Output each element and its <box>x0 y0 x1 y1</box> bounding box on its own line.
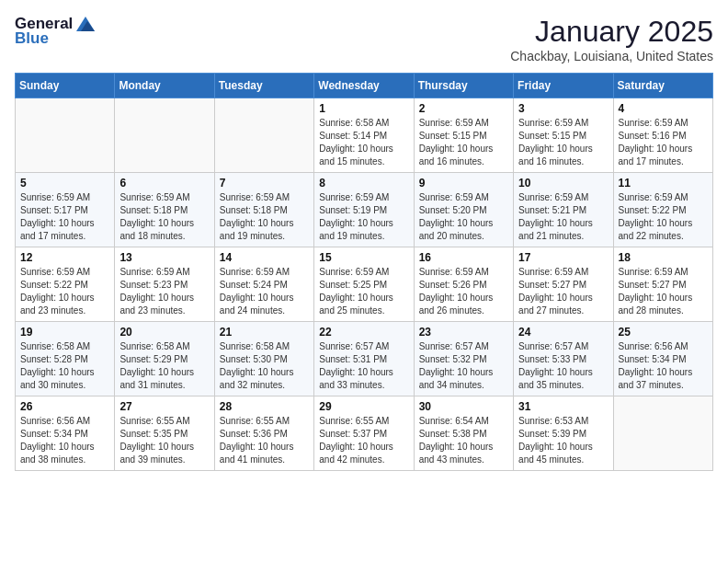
calendar-cell: 25Sunrise: 6:56 AM Sunset: 5:34 PM Dayli… <box>613 322 712 396</box>
day-info: Sunrise: 6:55 AM Sunset: 5:35 PM Dayligh… <box>119 415 209 466</box>
calendar-table: SundayMondayTuesdayWednesdayThursdayFrid… <box>15 73 713 471</box>
calendar-cell: 13Sunrise: 6:59 AM Sunset: 5:23 PM Dayli… <box>115 247 214 322</box>
calendar-week-row: 26Sunrise: 6:56 AM Sunset: 5:34 PM Dayli… <box>16 396 713 471</box>
day-info: Sunrise: 6:59 AM Sunset: 5:18 PM Dayligh… <box>119 191 209 243</box>
day-info: Sunrise: 6:59 AM Sunset: 5:27 PM Dayligh… <box>518 266 608 317</box>
day-info: Sunrise: 6:59 AM Sunset: 5:17 PM Dayligh… <box>20 191 109 243</box>
day-info: Sunrise: 6:59 AM Sunset: 5:18 PM Dayligh… <box>220 191 309 243</box>
calendar-cell: 6Sunrise: 6:59 AM Sunset: 5:18 PM Daylig… <box>115 173 214 247</box>
day-number: 18 <box>619 251 708 264</box>
day-info: Sunrise: 6:59 AM Sunset: 5:23 PM Dayligh… <box>119 266 209 317</box>
day-info: Sunrise: 6:53 AM Sunset: 5:39 PM Dayligh… <box>518 415 608 466</box>
day-number: 20 <box>119 326 209 339</box>
calendar-cell: 8Sunrise: 6:59 AM Sunset: 5:19 PM Daylig… <box>314 173 414 247</box>
day-info: Sunrise: 6:58 AM Sunset: 5:30 PM Dayligh… <box>220 340 309 392</box>
day-number: 5 <box>20 177 109 190</box>
calendar-cell: 23Sunrise: 6:57 AM Sunset: 5:32 PM Dayli… <box>414 322 513 396</box>
calendar-cell: 31Sunrise: 6:53 AM Sunset: 5:39 PM Dayli… <box>514 396 613 471</box>
calendar-week-row: 1Sunrise: 6:58 AM Sunset: 5:14 PM Daylig… <box>16 98 713 173</box>
calendar-cell: 5Sunrise: 6:59 AM Sunset: 5:17 PM Daylig… <box>16 173 115 247</box>
day-info: Sunrise: 6:56 AM Sunset: 5:34 PM Dayligh… <box>20 415 109 466</box>
calendar-cell: 9Sunrise: 6:59 AM Sunset: 5:20 PM Daylig… <box>414 173 513 247</box>
day-number: 31 <box>518 400 608 413</box>
weekday-header: Saturday <box>613 74 712 98</box>
day-number: 14 <box>220 251 309 264</box>
day-info: Sunrise: 6:59 AM Sunset: 5:22 PM Dayligh… <box>619 191 708 243</box>
day-number: 29 <box>319 400 408 413</box>
day-info: Sunrise: 6:59 AM Sunset: 5:21 PM Dayligh… <box>518 191 608 243</box>
day-info: Sunrise: 6:56 AM Sunset: 5:34 PM Dayligh… <box>619 340 708 392</box>
day-info: Sunrise: 6:59 AM Sunset: 5:26 PM Dayligh… <box>419 266 508 317</box>
calendar-cell: 4Sunrise: 6:59 AM Sunset: 5:16 PM Daylig… <box>613 98 712 173</box>
day-info: Sunrise: 6:59 AM Sunset: 5:15 PM Dayligh… <box>419 117 508 168</box>
calendar-cell: 27Sunrise: 6:55 AM Sunset: 5:35 PM Dayli… <box>115 396 214 471</box>
calendar-cell <box>115 98 214 173</box>
calendar-cell: 20Sunrise: 6:58 AM Sunset: 5:29 PM Dayli… <box>115 322 214 396</box>
calendar-cell <box>613 396 712 471</box>
weekday-header: Wednesday <box>314 74 414 98</box>
calendar-cell: 26Sunrise: 6:56 AM Sunset: 5:34 PM Dayli… <box>16 396 115 471</box>
calendar-week-row: 19Sunrise: 6:58 AM Sunset: 5:28 PM Dayli… <box>16 322 713 396</box>
day-info: Sunrise: 6:58 AM Sunset: 5:14 PM Dayligh… <box>319 117 408 168</box>
day-number: 12 <box>20 251 109 264</box>
day-info: Sunrise: 6:59 AM Sunset: 5:19 PM Dayligh… <box>319 191 408 243</box>
day-number: 21 <box>220 326 309 339</box>
calendar-cell: 22Sunrise: 6:57 AM Sunset: 5:31 PM Dayli… <box>314 322 414 396</box>
weekday-header: Tuesday <box>214 74 313 98</box>
calendar-cell: 30Sunrise: 6:54 AM Sunset: 5:38 PM Dayli… <box>414 396 513 471</box>
day-info: Sunrise: 6:55 AM Sunset: 5:37 PM Dayligh… <box>319 415 408 466</box>
day-number: 15 <box>319 251 408 264</box>
day-info: Sunrise: 6:59 AM Sunset: 5:15 PM Dayligh… <box>518 117 608 168</box>
day-info: Sunrise: 6:58 AM Sunset: 5:28 PM Dayligh… <box>20 340 109 392</box>
calendar-cell: 10Sunrise: 6:59 AM Sunset: 5:21 PM Dayli… <box>514 173 613 247</box>
page-header: General Blue January 2025 Chackbay, Loui… <box>15 15 713 63</box>
weekday-header: Friday <box>514 74 613 98</box>
day-number: 1 <box>319 102 408 115</box>
calendar-cell: 19Sunrise: 6:58 AM Sunset: 5:28 PM Dayli… <box>16 322 115 396</box>
day-info: Sunrise: 6:58 AM Sunset: 5:29 PM Dayligh… <box>119 340 209 392</box>
day-info: Sunrise: 6:59 AM Sunset: 5:16 PM Dayligh… <box>619 117 708 168</box>
calendar-cell: 15Sunrise: 6:59 AM Sunset: 5:25 PM Dayli… <box>314 247 414 322</box>
calendar-cell <box>16 98 115 173</box>
weekday-header: Thursday <box>414 74 513 98</box>
month-title: January 2025 <box>510 15 713 49</box>
day-number: 23 <box>419 326 508 339</box>
weekday-header: Monday <box>115 74 214 98</box>
day-number: 16 <box>419 251 508 264</box>
calendar-cell: 14Sunrise: 6:59 AM Sunset: 5:24 PM Dayli… <box>214 247 313 322</box>
day-info: Sunrise: 6:59 AM Sunset: 5:25 PM Dayligh… <box>319 266 408 317</box>
day-info: Sunrise: 6:59 AM Sunset: 5:22 PM Dayligh… <box>20 266 109 317</box>
day-number: 2 <box>419 102 508 115</box>
logo-icon <box>76 17 95 31</box>
day-info: Sunrise: 6:59 AM Sunset: 5:20 PM Dayligh… <box>419 191 508 243</box>
day-number: 9 <box>419 177 508 190</box>
calendar-cell: 1Sunrise: 6:58 AM Sunset: 5:14 PM Daylig… <box>314 98 414 173</box>
day-info: Sunrise: 6:57 AM Sunset: 5:31 PM Dayligh… <box>319 340 408 392</box>
day-number: 13 <box>119 251 209 264</box>
calendar-cell: 3Sunrise: 6:59 AM Sunset: 5:15 PM Daylig… <box>514 98 613 173</box>
calendar-cell: 21Sunrise: 6:58 AM Sunset: 5:30 PM Dayli… <box>214 322 313 396</box>
day-number: 27 <box>119 400 209 413</box>
day-info: Sunrise: 6:54 AM Sunset: 5:38 PM Dayligh… <box>419 415 508 466</box>
day-number: 6 <box>119 177 209 190</box>
location: Chackbay, Louisiana, United States <box>510 49 713 63</box>
calendar-cell: 17Sunrise: 6:59 AM Sunset: 5:27 PM Dayli… <box>514 247 613 322</box>
day-number: 30 <box>419 400 508 413</box>
day-number: 8 <box>319 177 408 190</box>
calendar-cell: 7Sunrise: 6:59 AM Sunset: 5:18 PM Daylig… <box>214 173 313 247</box>
weekday-header: Sunday <box>16 74 115 98</box>
day-number: 17 <box>518 251 608 264</box>
calendar-week-row: 5Sunrise: 6:59 AM Sunset: 5:17 PM Daylig… <box>16 173 713 247</box>
day-info: Sunrise: 6:55 AM Sunset: 5:36 PM Dayligh… <box>220 415 309 466</box>
calendar-cell: 29Sunrise: 6:55 AM Sunset: 5:37 PM Dayli… <box>314 396 414 471</box>
calendar-cell: 28Sunrise: 6:55 AM Sunset: 5:36 PM Dayli… <box>214 396 313 471</box>
day-number: 11 <box>619 177 708 190</box>
logo: General Blue <box>15 15 95 48</box>
day-number: 4 <box>619 102 708 115</box>
logo-blue-text: Blue <box>15 29 49 48</box>
day-number: 7 <box>220 177 309 190</box>
calendar-cell: 12Sunrise: 6:59 AM Sunset: 5:22 PM Dayli… <box>16 247 115 322</box>
day-number: 25 <box>619 326 708 339</box>
weekday-header-row: SundayMondayTuesdayWednesdayThursdayFrid… <box>16 74 713 98</box>
day-info: Sunrise: 6:57 AM Sunset: 5:33 PM Dayligh… <box>518 340 608 392</box>
